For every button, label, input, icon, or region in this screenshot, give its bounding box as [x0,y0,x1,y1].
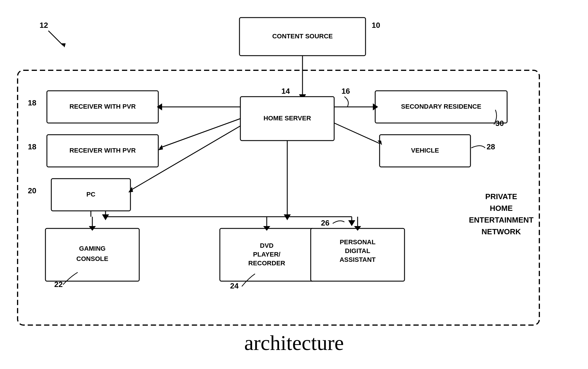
svg-marker-17 [284,214,291,220]
diagram-container: 12 CONTENT SOURCE 10 HOME SERVER 14 16 R… [0,0,588,369]
pda-line3: ASSISTANT [339,256,376,263]
label-14: 14 [281,87,290,95]
label-22: 22 [54,280,63,289]
private-label-3: ENTERTAINMENT [469,216,534,224]
dvd-line2: PLAYER/ [253,251,280,258]
pc-label: PC [86,191,96,198]
pda-line2: DIGITAL [345,247,370,254]
private-label-2: HOME [490,204,513,213]
pda-box [311,228,405,281]
receiver2-label: RECEIVER WITH PVR [69,147,136,154]
svg-marker-0 [62,43,66,47]
label-12: 12 [40,21,48,30]
dvd-line1: DVD [260,242,273,249]
label-24: 24 [230,281,239,290]
home-server-label: HOME SERVER [264,115,311,122]
label-26: 26 [321,218,329,227]
label-10: 10 [372,21,380,30]
label-20: 20 [28,186,36,195]
gaming-console-line1: GAMING [79,245,106,252]
svg-line-11 [334,123,380,144]
private-label-1: PRIVATE [485,192,517,201]
secondary-residence-label: SECONDARY RESIDENCE [401,103,481,110]
content-source-label: CONTENT SOURCE [272,33,333,40]
label-18a: 18 [28,98,36,107]
dvd-line3: RECORDER [248,259,285,267]
svg-marker-16 [102,214,109,220]
label-28: 28 [487,142,495,151]
label-16: 16 [341,87,350,95]
svg-marker-6 [158,145,163,150]
vehicle-label: VEHICLE [411,147,439,154]
pda-line1: PERSONAL [340,238,375,246]
gaming-console-line2: CONSOLE [77,255,108,262]
label-18b: 18 [28,142,36,151]
svg-marker-19 [348,220,355,226]
receiver1-label: RECEIVER WITH PVR [69,103,136,110]
private-label-4: NETWORK [482,227,521,236]
label-30: 30 [495,119,504,128]
architecture-label: architecture [244,331,344,355]
